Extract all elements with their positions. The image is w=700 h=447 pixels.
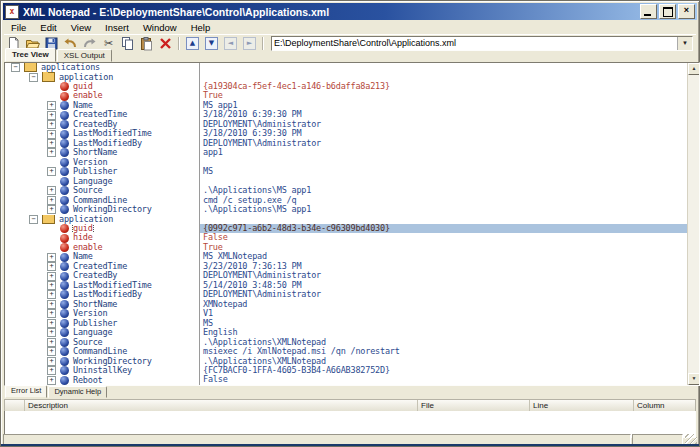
node-name[interactable]: Language xyxy=(73,177,112,186)
node-value[interactable]: MS xyxy=(199,167,688,176)
node-name[interactable]: WorkingDirectory xyxy=(73,357,152,366)
expand-icon[interactable]: + xyxy=(47,338,56,347)
nudge-left-button[interactable]: ◄ xyxy=(221,35,240,51)
node-value[interactable]: XMNotepad xyxy=(199,300,688,309)
node-value[interactable]: MS app1 xyxy=(199,101,688,110)
node-value[interactable]: .\Applications\XMLNotepad xyxy=(199,357,688,366)
node-value[interactable] xyxy=(199,177,688,186)
node-name[interactable]: ShortName xyxy=(73,300,117,309)
node-name[interactable]: CommandLine xyxy=(73,196,127,205)
expand-icon[interactable]: + xyxy=(47,319,56,328)
node-name[interactable]: enable xyxy=(73,91,103,100)
menu-item-window[interactable]: Window xyxy=(136,21,184,34)
node-value[interactable]: msiexec /i XmlNotepad.msi /qn /norestart xyxy=(199,347,688,356)
delete-button[interactable] xyxy=(156,35,175,51)
menu-item-help[interactable]: Help xyxy=(184,21,218,34)
node-name[interactable]: hide xyxy=(73,233,93,242)
node-value[interactable]: 5/14/2010 3:48:50 PM xyxy=(199,281,688,290)
expand-icon[interactable]: + xyxy=(47,376,56,385)
node-name[interactable]: CreatedBy xyxy=(73,120,117,129)
collapse-icon[interactable]: − xyxy=(11,63,20,72)
scroll-up-icon[interactable]: ▲ xyxy=(688,63,700,75)
node-value[interactable] xyxy=(199,215,688,224)
node-value[interactable]: {FC7BACF0-1FFA-4605-B3B4-A66AB382752D} xyxy=(199,366,688,375)
expand-icon[interactable]: + xyxy=(47,366,56,375)
expand-icon[interactable]: + xyxy=(47,272,56,281)
expand-icon[interactable]: + xyxy=(47,253,56,262)
node-name[interactable]: application xyxy=(59,73,113,82)
tab-tree-view[interactable]: Tree View xyxy=(5,48,56,62)
node-name[interactable]: Language xyxy=(73,328,112,337)
node-value[interactable]: DEPLOYMENT\Administrator xyxy=(199,120,688,129)
node-value[interactable]: V1 xyxy=(199,309,688,318)
node-name[interactable]: Publisher xyxy=(73,319,117,328)
expand-icon[interactable]: + xyxy=(47,130,56,139)
copy-button[interactable] xyxy=(118,35,137,51)
expand-icon[interactable]: + xyxy=(47,309,56,318)
node-value[interactable]: cmd /c setup.exe /q xyxy=(199,196,688,205)
address-dropdown-button[interactable]: ▼ xyxy=(677,37,692,50)
node-name[interactable]: Version xyxy=(73,309,107,318)
minimize-button[interactable] xyxy=(640,4,657,19)
node-name[interactable]: UninstallKey xyxy=(73,366,132,375)
node-value[interactable]: DEPLOYMENT\Administrator xyxy=(199,271,688,280)
node-name[interactable]: CreatedBy xyxy=(73,271,117,280)
node-name[interactable]: CommandLine xyxy=(73,347,127,356)
expand-icon[interactable]: + xyxy=(47,111,56,120)
tab-dynamic-help[interactable]: Dynamic Help xyxy=(48,386,107,398)
node-name[interactable]: LastModifiedTime xyxy=(73,129,152,138)
node-name[interactable]: application xyxy=(59,215,113,224)
node-value[interactable] xyxy=(199,158,688,167)
node-name[interactable]: Source xyxy=(73,338,103,347)
scroll-down-icon[interactable]: ▼ xyxy=(688,373,700,385)
expand-icon[interactable]: + xyxy=(47,281,56,290)
expand-icon[interactable]: + xyxy=(47,120,56,129)
expand-icon[interactable]: + xyxy=(47,196,56,205)
node-value[interactable]: English xyxy=(199,328,688,337)
node-name[interactable]: LastModifiedBy xyxy=(73,139,142,148)
collapse-icon[interactable]: − xyxy=(29,215,38,224)
nudge-down-button[interactable]: ▼ xyxy=(202,35,221,51)
node-name[interactable]: CreatedTime xyxy=(73,110,127,119)
node-name[interactable]: CreatedTime xyxy=(73,262,127,271)
node-name[interactable]: Source xyxy=(73,186,103,195)
menu-item-view[interactable]: View xyxy=(64,21,98,34)
node-name[interactable]: LastModifiedTime xyxy=(73,281,152,290)
node-name[interactable]: guid xyxy=(73,224,93,233)
node-value[interactable]: .\Applications\MS app1 xyxy=(199,205,688,214)
node-value[interactable]: True xyxy=(199,91,688,100)
expand-icon[interactable]: + xyxy=(47,347,56,356)
expand-icon[interactable]: + xyxy=(47,167,56,176)
paste-button[interactable] xyxy=(137,35,156,51)
node-value[interactable]: {0992c971-a6b2-48d3-b34e-c96309bd4030} xyxy=(199,224,688,233)
vertical-scrollbar[interactable]: ▲ ▼ xyxy=(687,63,699,385)
menu-item-edit[interactable]: Edit xyxy=(33,21,63,34)
node-value[interactable]: MS xyxy=(199,319,688,328)
node-name[interactable]: Reboot xyxy=(73,376,103,385)
node-value[interactable]: True xyxy=(199,243,688,252)
node-name[interactable]: enable xyxy=(73,243,103,252)
tab-xsl-output[interactable]: XSL Output xyxy=(57,49,112,62)
node-value[interactable]: MS XMLNotepad xyxy=(199,252,688,261)
expand-icon[interactable]: + xyxy=(47,357,56,366)
expand-icon[interactable]: + xyxy=(47,205,56,214)
expand-icon[interactable]: + xyxy=(47,290,56,299)
close-button[interactable]: × xyxy=(678,4,695,19)
expand-icon[interactable]: + xyxy=(47,186,56,195)
node-value[interactable]: False xyxy=(199,375,688,384)
column-splitter[interactable] xyxy=(199,63,200,385)
node-name[interactable]: Version xyxy=(73,158,107,167)
node-name[interactable]: guid xyxy=(73,82,93,91)
tab-error-list[interactable]: Error List xyxy=(5,385,47,398)
nudge-right-button[interactable]: ► xyxy=(240,35,259,51)
expand-icon[interactable]: + xyxy=(47,328,56,337)
node-value[interactable]: 3/18/2010 6:39:30 PM xyxy=(199,110,688,119)
node-value[interactable]: False xyxy=(199,233,688,242)
maximize-button[interactable] xyxy=(659,4,676,19)
node-name[interactable]: WorkingDirectory xyxy=(73,205,152,214)
node-value[interactable]: .\Applications\XMLNotepad xyxy=(199,338,688,347)
expand-icon[interactable]: + xyxy=(47,139,56,148)
node-value[interactable] xyxy=(199,72,688,81)
menu-item-insert[interactable]: Insert xyxy=(98,21,136,34)
address-input[interactable] xyxy=(272,38,677,49)
